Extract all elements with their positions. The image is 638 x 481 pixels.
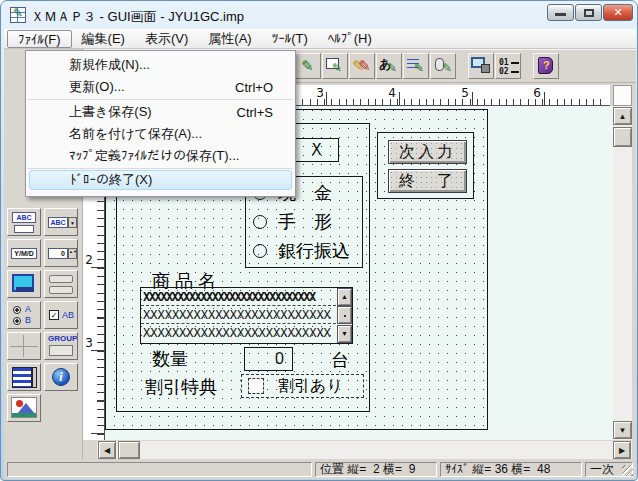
mouse-edit-button[interactable]: ✎ bbox=[430, 53, 456, 79]
app-window: ✎ ＸＭＡＰ３ - GUI画面 - JYU1GC.imp ✕ ﾌｧｲﾙ(F) 編… bbox=[0, 0, 638, 481]
discount-label: 割引特典 bbox=[145, 377, 217, 397]
ruler-number: 3 bbox=[84, 336, 94, 350]
vertical-scrollbar[interactable]: ▲ ▼ bbox=[613, 106, 632, 440]
edit-pencils-button[interactable]: ✎ ✎ bbox=[349, 53, 375, 79]
minimize-button[interactable] bbox=[547, 4, 574, 21]
radio-check[interactable] bbox=[253, 215, 267, 229]
scroll-thumb[interactable] bbox=[613, 127, 632, 147]
status-position: 位置 縦= 2 横= 9 bbox=[315, 462, 437, 477]
radio-icon bbox=[13, 306, 21, 314]
next-input-button[interactable]: 次入力 bbox=[388, 140, 467, 164]
line-tool[interactable] bbox=[7, 332, 41, 360]
screen-layout-button[interactable] bbox=[468, 53, 494, 79]
discount-check-label: 割引あり bbox=[278, 376, 343, 396]
resize-grip[interactable] bbox=[622, 465, 633, 476]
scroll-down-button[interactable]: ▼ bbox=[337, 325, 352, 343]
help-button[interactable]: ? bbox=[533, 53, 559, 79]
menu-separator bbox=[26, 98, 295, 101]
radiobutton-tool[interactable]: A B bbox=[7, 301, 41, 329]
window-tool[interactable] bbox=[7, 270, 41, 298]
ruler-number: 5 bbox=[457, 86, 469, 100]
radio-banktransfer[interactable] bbox=[253, 244, 267, 258]
checkbox-tool[interactable]: ✓ AB bbox=[44, 301, 78, 329]
pencil-icon: ✎ bbox=[414, 61, 424, 76]
button-icon bbox=[49, 275, 73, 283]
file-menu-popup: 新規作成(N)... 更新(O)...Ctrl+O 上書き保存(S)Ctrl+S… bbox=[25, 50, 296, 197]
arrow-left-icon: ◀ bbox=[104, 446, 110, 455]
menu-tool[interactable]: ﾂｰﾙ(T) bbox=[262, 30, 318, 48]
new-edit-button[interactable]: ✎ bbox=[322, 53, 348, 79]
groupbox-tool[interactable]: GROUP bbox=[44, 332, 78, 360]
image-icon bbox=[11, 397, 37, 418]
menu-attribute[interactable]: 属性(A) bbox=[198, 30, 261, 48]
combobox-tool[interactable]: ABC ▼ bbox=[44, 208, 78, 236]
ruler-corner-box bbox=[613, 85, 632, 106]
radio-label-check: 手 形 bbox=[278, 212, 332, 232]
status-message bbox=[7, 462, 312, 477]
menuitem-new[interactable]: 新規作成(N)... bbox=[26, 54, 295, 76]
buttons-groupbox[interactable]: 次入力 終 了 bbox=[377, 132, 474, 199]
list-item[interactable]: XXXXXXXXXXXXXXXXXXXXXXXXXXXXXX bbox=[141, 288, 336, 306]
window-title: ＸＭＡＰ３ - GUI画面 - JYU1GC.imp bbox=[31, 8, 244, 26]
menuitem-save-as[interactable]: 名前を付けて保存(A)... bbox=[26, 123, 295, 145]
spinbox-icon: 0 bbox=[48, 248, 68, 259]
status-bar: 位置 縦= 2 横= 9 ｻｲｽﾞ 縦= 36 横= 48 一次 bbox=[4, 460, 636, 479]
menu-view[interactable]: 表示(V) bbox=[135, 30, 198, 48]
end-button[interactable]: 終 了 bbox=[388, 169, 467, 193]
pencil-icon: ✎ bbox=[301, 58, 314, 73]
datefield-tool[interactable]: Y/M/D bbox=[7, 239, 41, 267]
field-edit-button[interactable]: ✎ bbox=[403, 53, 429, 79]
discount-checkbox[interactable] bbox=[248, 378, 264, 394]
radio-label-banktransfer: 銀行振込 bbox=[278, 241, 350, 261]
status-size: ｻｲｽﾞ 縦= 36 横= 48 bbox=[440, 462, 582, 477]
horizontal-scrollbar[interactable]: ◀ ▶ bbox=[97, 441, 632, 459]
ruler-number: 6 bbox=[529, 86, 541, 100]
draw-tool-button[interactable]: ✎ bbox=[295, 53, 321, 79]
ruler-number: 2 bbox=[84, 253, 94, 267]
image-tool[interactable] bbox=[7, 394, 41, 422]
ruler-number: 3 bbox=[312, 86, 324, 100]
maximize-button[interactable] bbox=[575, 4, 602, 21]
close-icon: ✕ bbox=[613, 6, 622, 18]
pencil-icon: ✎ bbox=[358, 58, 371, 73]
datefield-icon: Y/M/D bbox=[11, 248, 37, 259]
menu-separator bbox=[26, 167, 295, 170]
pushbutton-tool[interactable] bbox=[44, 270, 78, 298]
menu-file[interactable]: ﾌｧｲﾙ(F) bbox=[7, 30, 72, 48]
menu-edit[interactable]: 編集(E) bbox=[72, 30, 135, 48]
quantity-field[interactable]: 0 bbox=[244, 347, 293, 371]
menuitem-save-map-only[interactable]: ﾏｯﾌﾟ定義ﾌｧｲﾙだけの保存(T)... bbox=[26, 145, 295, 167]
scroll-up-button[interactable]: ▲ bbox=[613, 107, 632, 125]
list-item[interactable]: XXXXXXXXXXXXXXXXXXXXXXXXXX bbox=[141, 306, 336, 324]
arrow-up-icon: ▲ bbox=[341, 293, 348, 300]
scroll-right-button[interactable]: ▶ bbox=[613, 441, 631, 459]
text-edit-button[interactable]: あ ✎ bbox=[376, 53, 402, 79]
scroll-left-button[interactable]: ◀ bbox=[98, 441, 116, 459]
menu-help[interactable]: ﾍﾙﾌﾟ(H) bbox=[318, 30, 382, 48]
menuitem-save[interactable]: 上書き保存(S)Ctrl+S bbox=[26, 101, 295, 123]
product-listbox[interactable]: XXXXXXXXXXXXXXXXXXXXXXXXXXXXXX XXXXXXXXX… bbox=[140, 287, 353, 344]
sequence-list-button[interactable]: 01 02 bbox=[495, 53, 521, 79]
scroll-thumb[interactable] bbox=[118, 441, 140, 459]
list-item[interactable]: XXXXXXXXXXXXXXXXXXXXXXXXXX bbox=[141, 324, 336, 342]
menuitem-update[interactable]: 更新(O)...Ctrl+O bbox=[26, 76, 295, 98]
listbox-tool[interactable] bbox=[7, 363, 41, 391]
groupbox-icon: GROUP bbox=[48, 334, 77, 343]
textfield-tool[interactable]: ABC bbox=[7, 208, 41, 236]
info-tool[interactable]: i bbox=[44, 363, 78, 391]
arrow-down-icon: ▼ bbox=[341, 330, 348, 337]
menuitem-exit-draw[interactable]: ﾄﾞﾛｰの終了(X) bbox=[29, 170, 292, 190]
ruler-number: 4 bbox=[384, 86, 396, 100]
scroll-up-button[interactable]: ▲ bbox=[337, 288, 352, 306]
pencil-icon: ✎ bbox=[13, 6, 23, 20]
arrow-right-icon: ▶ bbox=[619, 446, 625, 455]
scroll-down-button[interactable]: ▼ bbox=[613, 421, 632, 439]
menu-bar: ﾌｧｲﾙ(F) 編集(E) 表示(V) 属性(A) ﾂｰﾙ(T) ﾍﾙﾌﾟ(H) bbox=[4, 29, 636, 49]
spinbox-tool[interactable]: 0 ▲▼ bbox=[44, 239, 78, 267]
line-icon bbox=[10, 346, 38, 347]
scroll-thumb[interactable] bbox=[337, 306, 352, 324]
text-field-x[interactable]: X bbox=[294, 138, 339, 162]
close-button[interactable]: ✕ bbox=[603, 4, 633, 21]
textfield-icon: ABC bbox=[12, 212, 36, 223]
discount-option-box[interactable]: 割引あり bbox=[241, 374, 364, 398]
